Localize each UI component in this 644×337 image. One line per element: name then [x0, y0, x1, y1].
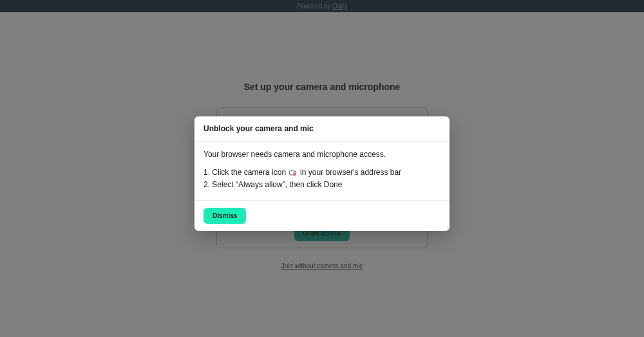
step1-prefix: 1. Click the camera icon	[204, 167, 286, 179]
modal-body: Your browser needs camera and microphone…	[194, 141, 450, 201]
dismiss-button[interactable]: Dismiss	[204, 208, 246, 224]
modal-title: Unblock your camera and mic	[204, 124, 440, 133]
step1-suffix: in your browser's address bar	[300, 167, 401, 179]
modal-footer: Dismiss	[194, 201, 450, 231]
modal-step-2: 2. Select “Always allow”, then click Don…	[204, 179, 440, 191]
modal-header: Unblock your camera and mic	[194, 116, 450, 141]
modal-step-1: 1. Click the camera icon in your browser…	[204, 167, 440, 179]
unblock-modal: Unblock your camera and mic Your browser…	[194, 116, 450, 231]
camera-blocked-icon	[289, 169, 298, 177]
modal-overlay: Unblock your camera and mic Your browser…	[0, 0, 644, 337]
modal-intro-text: Your browser needs camera and microphone…	[204, 149, 440, 160]
svg-rect-0	[290, 170, 294, 175]
modal-instructions-list: 1. Click the camera icon in your browser…	[204, 167, 440, 190]
